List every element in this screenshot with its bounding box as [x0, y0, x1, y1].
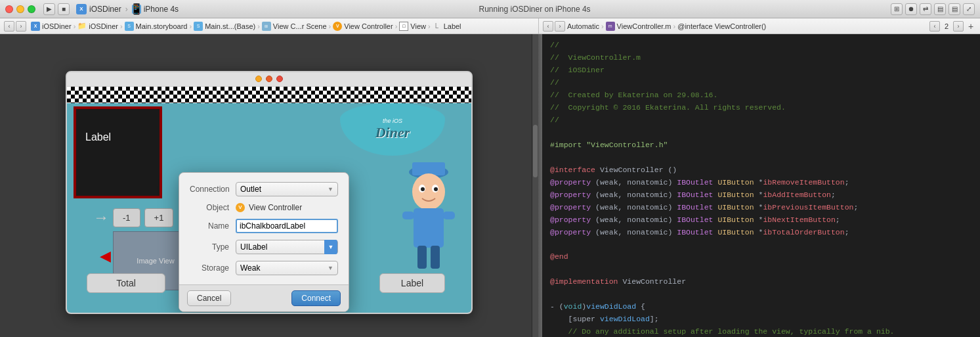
dialog-content: Connection Outlet ▼ Object	[179, 173, 349, 284]
code-line-4: //	[550, 78, 559, 87]
type-label: Type	[190, 242, 236, 252]
device-icon: 📱	[132, 5, 141, 14]
iphone-dot-2	[266, 76, 272, 82]
bc-sep-4: ›	[257, 22, 260, 30]
code-line-11: @interface ViewController ()	[550, 166, 677, 174]
object-row: V View Controller	[236, 203, 302, 212]
bc-scene-label: View C...r Scene	[273, 22, 327, 30]
bc-item-xcode[interactable]: X iOSDiner	[31, 22, 72, 31]
label-icon: L	[433, 22, 442, 31]
iphone-frame: Label the iOS Diner → -1 +1 ◀	[66, 71, 473, 314]
grid-icon[interactable]: ⊞	[891, 3, 903, 15]
type-select[interactable]: UILabel ▼	[236, 240, 338, 254]
bc-item-scene[interactable]: ⊞ View C...r Scene	[262, 22, 327, 31]
left-scrollbar[interactable]	[532, 34, 538, 337]
connection-select[interactable]: Outlet ▼	[236, 182, 338, 196]
bc-view-label: View	[410, 22, 426, 30]
bc-item-label[interactable]: L Label	[433, 22, 461, 31]
add-button[interactable]: +	[966, 21, 976, 32]
right-bc-sep-1: ›	[601, 22, 604, 30]
object-name-text: View Controller	[249, 203, 302, 212]
breadcrumb-back[interactable]: ‹	[4, 21, 14, 32]
bc-folder-label: iOSDiner	[89, 22, 118, 30]
main-area: Label the iOS Diner → -1 +1 ◀	[0, 34, 980, 337]
object-label: Object	[190, 203, 236, 212]
bc-filename[interactable]: m ViewController.m	[606, 22, 671, 31]
dialog-connection-row: Connection Outlet ▼	[190, 182, 338, 196]
connection-dialog: Connection Outlet ▼ Object	[179, 172, 349, 312]
code-area: // // ViewController.m // iOSDiner // //…	[542, 34, 980, 337]
bc-automatic[interactable]: Automatic	[567, 22, 599, 30]
app-icon: X	[76, 4, 87, 14]
code-line-20: @implementation ViewController	[550, 277, 686, 286]
close-button[interactable]	[5, 5, 13, 13]
right-bc-sep-2: ›	[673, 22, 676, 30]
right-nav-arrows: ‹ ›	[543, 21, 565, 32]
iphone-content: Label the iOS Diner → -1 +1 ◀	[67, 87, 471, 313]
code-line-3: // iOSDiner	[550, 66, 605, 74]
globe-icon[interactable]: ⏺	[905, 3, 917, 15]
right-nav-forward[interactable]: ›	[555, 21, 565, 32]
code-line-7: //	[550, 116, 559, 124]
code-line-5: // Created by Ekaterina on 29.08.16.	[550, 91, 717, 99]
storyboard-icon: S	[125, 22, 134, 31]
app-selector[interactable]: X iOSDiner › 📱 iPhone 4s	[76, 4, 179, 14]
object-vc-icon: V	[236, 203, 245, 212]
back-forward-icon[interactable]: ⇄	[920, 3, 931, 15]
stop-button[interactable]: ■	[58, 3, 70, 15]
left-scrollbar-thumb[interactable]	[533, 125, 538, 177]
storyboard-panel: Label the iOS Diner → -1 +1 ◀	[0, 34, 538, 337]
name-input[interactable]: ibChalkboardLabel	[236, 219, 338, 233]
bc-sep-1: ›	[74, 22, 76, 30]
bc-interface[interactable]: @interface ViewController()	[677, 22, 766, 30]
dialog-object-row: Object V View Controller	[190, 203, 338, 212]
type-select-text: UILabel	[240, 242, 324, 252]
right-nav-back[interactable]: ‹	[543, 21, 553, 32]
fullscreen-icon[interactable]: ⤢	[963, 3, 975, 15]
name-input-text: ibChalkboardLabel	[240, 221, 305, 231]
minimize-button[interactable]	[16, 5, 24, 13]
code-panel: // // ViewController.m // iOSDiner // //…	[542, 34, 980, 337]
name-label: Name	[190, 221, 236, 231]
separator: ›	[125, 5, 128, 14]
bc-item-vc[interactable]: V View Controller	[333, 22, 393, 31]
page-nav-forward[interactable]: ›	[953, 21, 964, 32]
bc-item-storyboard[interactable]: S Main.storyboard	[125, 22, 188, 31]
name-value: ibChalkboardLabel	[236, 219, 338, 233]
iphone-top-bar	[67, 72, 471, 87]
bc-filename-label: ViewController.m	[617, 22, 671, 30]
bc-sep-6: ›	[395, 22, 398, 30]
code-line-2: // ViewController.m	[550, 53, 641, 62]
connection-value: Outlet ▼	[236, 182, 338, 196]
code-line-6: // Copyright © 2016 Ekaterina. All right…	[550, 103, 786, 112]
breadcrumb-forward[interactable]: ›	[16, 21, 26, 32]
storyboard-base-icon: S	[194, 22, 203, 31]
code-line-16: @property (weak, nonatomic) IBOutlet UIB…	[550, 228, 849, 236]
xcode-icon: X	[31, 22, 40, 31]
page-nav-back[interactable]: ‹	[929, 21, 940, 32]
bc-storyboard-label: Main.storyboard	[136, 22, 188, 30]
bc-item-view[interactable]: □ View	[399, 22, 426, 31]
play-button[interactable]: ▶	[43, 3, 55, 15]
code-line-14: @property (weak, nonatomic) IBOutlet UIB…	[550, 203, 858, 212]
bc-interface-label: @interface ViewController()	[677, 22, 766, 30]
bc-base-label: Main.st...(Base)	[205, 22, 255, 30]
bc-item-base[interactable]: S Main.st...(Base)	[194, 22, 255, 31]
bc-item-folder[interactable]: 📁 iOSDiner	[77, 22, 118, 31]
page-number: 2	[945, 22, 948, 30]
iphone-dot-3	[276, 76, 283, 82]
iphone-dot-1	[255, 76, 262, 82]
breadcrumb-row: ‹ › X iOSDiner › 📁 iOSDiner › S Main.sto…	[0, 18, 980, 34]
storage-select[interactable]: Weak ▼	[236, 261, 338, 275]
split-right-icon[interactable]: ▤	[948, 3, 960, 15]
cancel-button[interactable]: Cancel	[187, 290, 231, 306]
bc-sep-2: ›	[120, 22, 123, 30]
code-line-24: // Do any additional setup after loading…	[550, 327, 895, 336]
maximize-button[interactable]	[28, 5, 35, 13]
object-value: V View Controller	[236, 203, 338, 212]
split-left-icon[interactable]: ▤	[934, 3, 946, 15]
dialog-overlay: Connection Outlet ▼ Object	[100, 87, 471, 313]
code-line-15: @property (weak, nonatomic) IBOutlet UIB…	[550, 215, 840, 224]
connect-button[interactable]: Connect	[291, 290, 341, 306]
view-icon: □	[399, 22, 408, 31]
